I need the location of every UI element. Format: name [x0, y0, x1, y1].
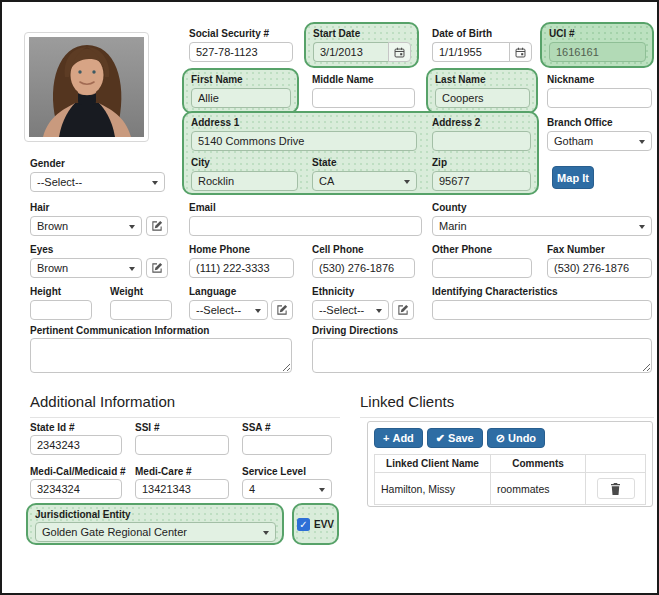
email-label: Email — [189, 202, 216, 213]
plus-icon: + — [383, 432, 389, 444]
service-level-select[interactable]: 4 — [242, 479, 332, 499]
branch-office-select-value: Gotham — [554, 135, 593, 147]
add-button[interactable]: +Add — [374, 428, 423, 448]
first-name-input[interactable] — [191, 88, 291, 108]
column-header-comments: Comments — [491, 455, 586, 473]
driving-directions-label: Driving Directions — [312, 325, 398, 336]
edit-icon — [151, 220, 163, 232]
county-select[interactable]: Marin — [432, 216, 652, 236]
linked-clients-table: Linked Client Name Comments Hamilton, Mi… — [374, 454, 646, 505]
state-select[interactable]: CA — [312, 171, 417, 191]
jurisdictional-entity-select-value: Golden Gate Regional Center — [42, 526, 187, 538]
county-select-value: Marin — [439, 220, 467, 232]
uci-input[interactable] — [549, 42, 646, 62]
home-phone-input[interactable] — [189, 258, 294, 278]
address1-label: Address 1 — [191, 117, 239, 128]
state-label: State — [312, 157, 336, 168]
state-id-label: State Id # — [30, 422, 74, 433]
other-phone-label: Other Phone — [432, 244, 492, 255]
save-button-label: Save — [448, 432, 474, 444]
zip-input[interactable] — [432, 171, 531, 191]
service-level-select-value: 4 — [249, 483, 255, 495]
delete-row-button[interactable] — [597, 478, 635, 499]
eyes-edit-button[interactable] — [146, 258, 168, 278]
pertinent-communication-textarea[interactable] — [30, 338, 292, 373]
ethnicity-select[interactable]: --Select-- — [312, 300, 389, 320]
zip-label: Zip — [432, 157, 447, 168]
chevron-down-icon — [319, 488, 325, 492]
eyes-select[interactable]: Brown — [30, 258, 142, 278]
linked-clients-panel: +Add ✔Save ⊘Undo Linked Client Name Comm… — [367, 421, 653, 507]
identifying-characteristics-label: Identifying Characteristics — [432, 286, 558, 297]
weight-input[interactable] — [110, 300, 172, 320]
identifying-characteristics-input[interactable] — [432, 300, 652, 320]
save-button[interactable]: ✔Save — [427, 428, 483, 448]
linked-clients-toolbar: +Add ✔Save ⊘Undo — [374, 428, 646, 448]
undo-button[interactable]: ⊘Undo — [487, 428, 545, 448]
medi-care-input[interactable] — [135, 479, 229, 499]
branch-office-select[interactable]: Gotham — [547, 131, 652, 151]
language-edit-button[interactable] — [271, 300, 293, 320]
column-header-actions — [586, 455, 646, 473]
medi-cal-input[interactable] — [30, 479, 122, 499]
evv-label: EVV — [314, 519, 334, 530]
uci-label: UCI # — [549, 28, 575, 39]
nickname-label: Nickname — [547, 74, 594, 85]
additional-information-heading: Additional Information — [30, 393, 340, 418]
pertinent-communication-label: Pertinent Communication Information — [30, 325, 209, 336]
email-input[interactable] — [189, 216, 422, 236]
calendar-icon — [394, 47, 405, 58]
client-photo-image — [29, 37, 144, 137]
chevron-down-icon — [152, 181, 158, 185]
calendar-icon — [515, 47, 526, 58]
ssi-input[interactable] — [135, 435, 229, 455]
dob-calendar-button[interactable] — [509, 42, 532, 62]
ethnicity-edit-button[interactable] — [392, 300, 414, 320]
cell-phone-input[interactable] — [312, 258, 415, 278]
jurisdictional-entity-label: Jurisdictional Entity — [35, 509, 131, 520]
address2-input[interactable] — [432, 131, 531, 151]
fax-number-input[interactable] — [547, 258, 652, 278]
jurisdictional-entity-select[interactable]: Golden Gate Regional Center — [35, 522, 276, 542]
address1-input[interactable] — [191, 131, 417, 151]
evv-highlight: EVV — [292, 503, 339, 545]
start-date-calendar-button[interactable] — [388, 42, 411, 62]
eyes-select-value: Brown — [37, 262, 68, 274]
ssn-input[interactable] — [189, 42, 293, 62]
gender-select[interactable]: --Select-- — [30, 172, 165, 192]
hair-select-value: Brown — [37, 220, 68, 232]
chevron-down-icon — [404, 180, 410, 184]
address2-label: Address 2 — [432, 117, 480, 128]
nickname-input[interactable] — [547, 88, 652, 108]
gender-select-value: --Select-- — [37, 176, 82, 188]
hair-edit-button[interactable] — [146, 216, 168, 236]
start-date-input[interactable] — [313, 42, 389, 62]
fax-number-label: Fax Number — [547, 244, 605, 255]
language-select[interactable]: --Select-- — [189, 300, 268, 320]
comments-cell: roommates — [491, 473, 586, 505]
driving-directions-textarea[interactable] — [312, 338, 652, 373]
dob-input[interactable] — [432, 42, 510, 62]
ssa-input[interactable] — [242, 435, 332, 455]
branch-office-label: Branch Office — [547, 117, 613, 128]
middle-name-input[interactable] — [312, 88, 415, 108]
height-label: Height — [30, 286, 61, 297]
height-input[interactable] — [30, 300, 92, 320]
evv-checkbox[interactable] — [297, 518, 310, 531]
city-input[interactable] — [191, 171, 298, 191]
chevron-down-icon — [255, 309, 261, 313]
other-phone-input[interactable] — [432, 258, 532, 278]
linked-client-name-cell: Hamilton, Missy — [375, 473, 491, 505]
column-header-linked-client-name: Linked Client Name — [375, 455, 491, 473]
state-id-input[interactable] — [30, 435, 122, 455]
last-name-input[interactable] — [435, 88, 530, 108]
dob-label: Date of Birth — [432, 28, 492, 39]
ssn-label: Social Security # — [189, 28, 269, 39]
first-name-label: First Name — [191, 74, 243, 85]
gender-label: Gender — [30, 158, 65, 169]
home-phone-label: Home Phone — [189, 244, 250, 255]
language-select-value: --Select-- — [196, 304, 241, 316]
hair-select[interactable]: Brown — [30, 216, 142, 236]
middle-name-label: Middle Name — [312, 74, 374, 85]
map-it-button[interactable]: Map It — [552, 166, 594, 189]
